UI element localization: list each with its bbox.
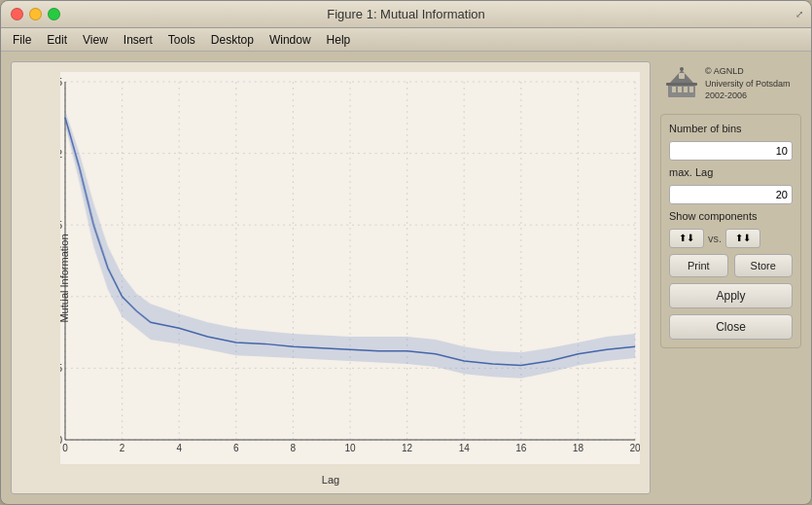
print-store-row: Print Store [669,254,793,277]
chart-canvas [60,72,640,464]
agnld-logo [664,66,699,101]
title-bar: Figure 1: Mutual Information ⤢ [1,1,811,28]
y-axis-label: Mutual Information [58,234,70,322]
component-select-2[interactable]: ⬆⬇ [725,229,760,248]
menu-bar: File Edit View Insert Tools Desktop Wind… [1,28,811,52]
menu-tools[interactable]: Tools [160,31,203,49]
minimize-button[interactable] [29,8,42,20]
close-button[interactable] [11,8,23,20]
menu-window[interactable]: Window [262,31,319,49]
svg-rect-3 [684,87,688,92]
chart-container: Mutual Information Lag [11,61,651,494]
svg-point-8 [680,67,684,71]
menu-view[interactable]: View [75,31,116,49]
max-lag-input[interactable] [669,185,793,204]
svg-rect-1 [672,87,676,92]
show-components-row: ⬆⬇ vs. ⬆⬇ [669,229,793,248]
logo-line3: 2002-2006 [705,90,791,102]
store-button[interactable]: Store [734,254,794,277]
max-lag-label: max. Lag [669,166,793,178]
show-components-label: Show components [669,210,793,222]
num-bins-input[interactable] [669,141,793,161]
window-title: Figure 1: Mutual Information [327,7,485,21]
close-button-panel[interactable]: Close [669,314,793,340]
menu-edit[interactable]: Edit [39,31,75,49]
menu-desktop[interactable]: Desktop [203,31,262,49]
menu-help[interactable]: Help [319,31,359,49]
print-button[interactable]: Print [669,254,728,277]
x-axis-label: Lag [322,474,339,486]
menu-file[interactable]: File [5,31,39,49]
main-window: Figure 1: Mutual Information ⤢ File Edit… [0,0,812,505]
right-panel: © AGNLD University of Potsdam 2002-2006 … [660,61,801,494]
logo-area: © AGNLD University of Potsdam 2002-2006 [660,61,801,106]
logo-text: © AGNLD University of Potsdam 2002-2006 [705,65,791,102]
logo-line2: University of Potsdam [705,78,791,90]
component-select-1[interactable]: ⬆⬇ [669,229,704,248]
logo-line1: © AGNLD [705,65,791,78]
svg-rect-7 [679,73,685,79]
resize-icon: ⤢ [795,9,803,19]
apply-button[interactable]: Apply [669,283,793,308]
menu-insert[interactable]: Insert [116,31,160,49]
num-bins-label: Number of bins [669,123,793,134]
maximize-button[interactable] [48,8,60,20]
vs-text: vs. [708,233,722,244]
svg-rect-2 [678,87,682,92]
traffic-lights [11,8,60,20]
svg-rect-5 [666,83,697,86]
svg-rect-4 [689,87,693,92]
controls-panel: Number of bins max. Lag Show components … [660,114,801,348]
content-area: Mutual Information Lag [1,52,811,504]
